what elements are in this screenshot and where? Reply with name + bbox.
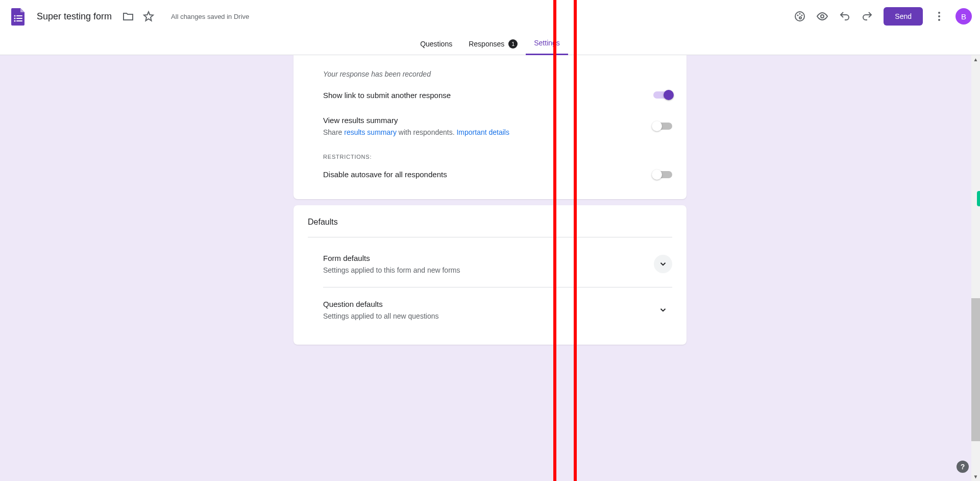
tab-settings[interactable]: Settings [526, 33, 568, 55]
restrictions-label: RESTRICTIONS: [323, 145, 672, 162]
undo-icon[interactable] [835, 6, 855, 27]
results-summary-link[interactable]: results summary [344, 128, 397, 136]
presentation-card: Your response has been recorded Show lin… [293, 55, 687, 199]
scroll-up-icon[interactable]: ▲ [971, 55, 980, 64]
scroll-down-icon[interactable]: ▼ [971, 472, 980, 481]
setting-description: Share results summary with respondents. … [323, 128, 653, 138]
redo-icon[interactable] [857, 6, 877, 27]
setting-submit-another: Show link to submit another response [323, 83, 672, 108]
header: Super testing form All changes saved in … [0, 0, 980, 33]
setting-label: Disable autosave for all respondents [323, 169, 653, 180]
forms-logo[interactable] [8, 6, 29, 27]
customize-theme-icon[interactable] [790, 6, 810, 27]
svg-rect-5 [16, 20, 22, 21]
row-title: Question defaults [323, 299, 654, 309]
defaults-card: Defaults Form defaults Settings applied … [293, 205, 687, 345]
setting-results-summary: View results summary Share results summa… [323, 108, 672, 145]
card-title: Defaults [308, 218, 672, 237]
star-icon[interactable] [138, 6, 159, 27]
svg-point-13 [938, 15, 940, 17]
setting-label: Show link to submit another response [323, 90, 653, 101]
setting-label: View results summary [323, 115, 653, 126]
header-actions: Send B [790, 6, 972, 27]
scroll-thumb[interactable] [971, 298, 980, 441]
tab-bar: Questions Responses 1 Settings [0, 33, 980, 55]
toggle-submit-another[interactable] [653, 91, 672, 99]
toggle-disable-autosave[interactable] [653, 171, 672, 178]
account-avatar[interactable]: B [955, 8, 972, 25]
row-description: Settings applied to this form and new fo… [323, 266, 654, 276]
svg-point-0 [14, 15, 16, 17]
body-area: Your response has been recorded Show lin… [0, 55, 980, 481]
svg-point-10 [799, 17, 801, 19]
toggle-results-summary[interactable] [653, 123, 672, 130]
expand-form-defaults[interactable] [654, 255, 672, 273]
question-defaults-row: Question defaults Settings applied to al… [323, 287, 672, 333]
help-icon[interactable]: ? [957, 461, 969, 473]
setting-disable-autosave: Disable autosave for all respondents [323, 162, 672, 187]
move-to-folder-icon[interactable] [118, 6, 138, 27]
svg-point-11 [821, 15, 824, 18]
form-defaults-row: Form defaults Settings applied to this f… [323, 242, 672, 287]
svg-point-8 [799, 13, 801, 15]
expand-question-defaults[interactable] [654, 301, 672, 319]
svg-rect-3 [16, 18, 22, 19]
row-title: Form defaults [323, 253, 654, 263]
preview-icon[interactable] [812, 6, 832, 27]
tab-label: Responses [469, 40, 504, 48]
more-options-icon[interactable] [929, 6, 949, 27]
tab-label: Questions [420, 40, 452, 48]
tab-responses[interactable]: Responses 1 [460, 33, 526, 55]
svg-point-12 [938, 12, 940, 14]
tab-label: Settings [534, 39, 560, 47]
side-nub [977, 191, 980, 206]
send-button[interactable]: Send [884, 7, 923, 26]
form-title[interactable]: Super testing form [37, 11, 112, 22]
svg-point-7 [797, 15, 799, 16]
svg-point-4 [14, 20, 16, 22]
svg-rect-1 [16, 15, 22, 16]
responses-badge: 1 [508, 39, 518, 49]
svg-point-9 [801, 15, 803, 16]
save-status: All changes saved in Drive [171, 13, 249, 20]
important-details-link[interactable]: Important details [456, 128, 509, 136]
svg-point-2 [14, 18, 16, 19]
tab-questions[interactable]: Questions [412, 33, 460, 55]
svg-point-14 [938, 19, 940, 21]
confirmation-message-preview: Your response has been recorded [323, 69, 672, 83]
scrollbar-vertical[interactable]: ▲ ▼ [971, 55, 980, 481]
row-description: Settings applied to all new questions [323, 311, 654, 322]
